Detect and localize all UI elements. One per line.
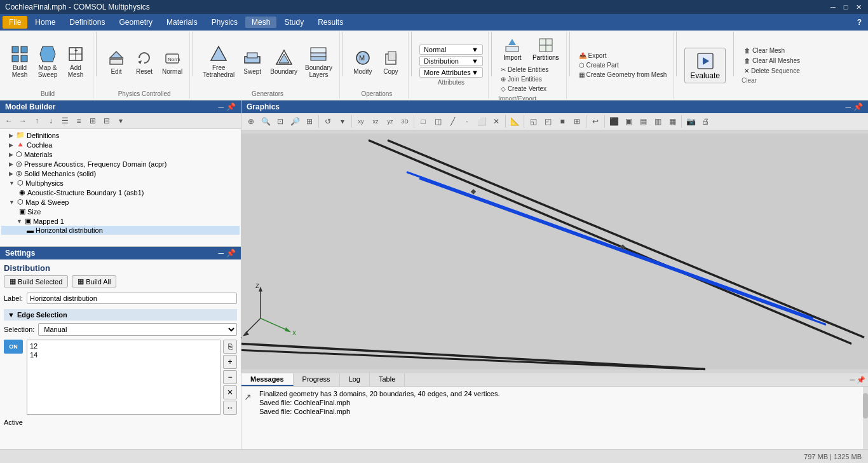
mb-forward-btn[interactable]: → [17, 114, 29, 127]
tree-item-materials[interactable]: ▶ ⬡ Materials [1, 149, 240, 159]
label-input[interactable] [27, 293, 237, 304]
rotate-btn[interactable]: ↺ [321, 114, 335, 128]
menu-physics[interactable]: Physics [205, 17, 244, 28]
graphics-pin-btn[interactable]: 📌 [853, 102, 863, 111]
selection-dropdown[interactable]: Manual [38, 323, 237, 336]
export-button[interactable]: 📤 Export [576, 52, 670, 60]
mesh-render-btn[interactable]: ⊞ [570, 114, 584, 128]
mb-view2-btn[interactable]: ⊞ [86, 114, 99, 127]
mb-up-btn[interactable]: ↑ [31, 114, 43, 127]
tree-item-definitions[interactable]: ▶ 📁 Definitions [1, 130, 240, 140]
render5-btn[interactable]: ▦ [665, 114, 679, 128]
create-part-button[interactable]: ⬡ Create Part [576, 61, 670, 69]
select-clear-btn[interactable]: ✕ [489, 114, 503, 128]
bottom-collapse-btn[interactable]: ─ [850, 376, 855, 384]
tab-log[interactable]: Log [340, 373, 370, 386]
tree-item-size[interactable]: ▣ Size [1, 207, 240, 216]
menu-home[interactable]: Home [29, 17, 62, 28]
build-selected-button[interactable]: ▦ Build Selected [4, 275, 68, 287]
partitions-button[interactable]: Partitions [529, 34, 562, 63]
boundary-button[interactable]: Boundary [267, 46, 301, 77]
select-domains-btn[interactable]: □ [416, 114, 430, 128]
evaluate-button[interactable]: Evaluate [684, 48, 726, 83]
render3-btn[interactable]: ▤ [636, 114, 650, 128]
select-box-btn[interactable]: ⬜ [475, 114, 489, 128]
clear-all-meshes-button[interactable]: 🗑 Clear All Meshes [742, 57, 803, 65]
tree-item-map-sweep[interactable]: ▼ ⬡ Map & Sweep [1, 197, 240, 207]
zoom-selection-btn[interactable]: ⊞ [302, 114, 316, 128]
zoom-window-btn[interactable]: ⊡ [273, 114, 287, 128]
select-boundaries-btn[interactable]: ◫ [431, 114, 445, 128]
render4-btn[interactable]: ▥ [651, 114, 665, 128]
tree-item-asb1[interactable]: ◉ Acoustic-Structure Boundary 1 (asb1) [1, 188, 240, 197]
sel-clear-btn[interactable]: ✕ [223, 385, 237, 399]
settings-pin-btn[interactable]: 📌 [226, 249, 236, 258]
tab-progress[interactable]: Progress [294, 373, 340, 386]
settings-collapse-btn[interactable]: ─ [218, 249, 224, 258]
edge-selection-header[interactable]: ▼ Edge Selection [4, 309, 237, 321]
build-mesh-button[interactable]: Build Mesh [6, 42, 33, 80]
wireframe-btn[interactable]: ◱ [526, 114, 540, 128]
bottom-pin-btn[interactable]: 📌 [857, 376, 865, 384]
view-xz-btn[interactable]: xz [369, 114, 383, 128]
close-btn[interactable]: ✕ [854, 3, 863, 11]
rotate-dropdown-btn[interactable]: ▾ [336, 114, 349, 128]
distribution-dropdown[interactable]: Distribution ▼ [419, 56, 483, 66]
render1-btn[interactable]: ⬛ [607, 114, 621, 128]
zoom-in-btn[interactable]: 🔍 [259, 114, 273, 128]
screenshot-btn[interactable]: 📷 [684, 114, 698, 128]
menu-definitions[interactable]: Definitions [63, 17, 111, 28]
render2-btn[interactable]: ▣ [621, 114, 635, 128]
clear-mesh-button[interactable]: 🗑 Clear Mesh [742, 46, 803, 55]
menu-geometry[interactable]: Geometry [112, 17, 159, 28]
tree-item-horizontal-dist[interactable]: ▬ Horizontal distribution [1, 226, 240, 235]
maximize-btn[interactable]: □ [841, 3, 850, 11]
add-mesh-button[interactable]: + Add Mesh [62, 42, 89, 80]
window-controls[interactable]: ─ □ ✕ [829, 3, 863, 11]
bottom-scroll-thumb[interactable] [863, 393, 868, 418]
menu-results[interactable]: Results [311, 17, 349, 28]
mb-menu-btn[interactable]: ☰ [58, 114, 71, 127]
menu-mesh[interactable]: Mesh [245, 17, 276, 28]
more-attributes-dropdown[interactable]: More Attributes ▼ [419, 67, 483, 78]
measure-btn[interactable]: 📐 [508, 114, 522, 128]
menu-materials[interactable]: Materials [160, 17, 204, 28]
minimize-btn[interactable]: ─ [829, 3, 837, 11]
sel-add-btn[interactable]: + [223, 355, 237, 369]
mb-view3-btn[interactable]: ⊟ [100, 114, 113, 127]
view-xy-btn[interactable]: xy [354, 114, 368, 128]
delete-sequence-button[interactable]: ✕ Delete Sequence [742, 67, 803, 75]
normal-button[interactable]: Norm Normal [159, 46, 186, 77]
mb-pin-btn[interactable]: 📌 [226, 102, 236, 111]
reset-button[interactable]: Reset [131, 46, 158, 77]
copy-button[interactable]: Copy [377, 46, 404, 77]
create-geo-button[interactable]: ▦ Create Geometry from Mesh [576, 71, 670, 79]
surface-solid-btn[interactable]: ■ [555, 114, 569, 128]
join-entities-button[interactable]: ⊕ Join Entities [498, 75, 562, 83]
modify-button[interactable]: M Modify [349, 46, 376, 77]
view-yz-btn[interactable]: yz [383, 114, 397, 128]
view-3d-btn[interactable]: 3D [398, 114, 412, 128]
select-edges-btn[interactable]: ╱ [445, 114, 459, 128]
sel-paste-btn[interactable]: ⎘ [223, 340, 237, 354]
active-toggle[interactable]: ON [4, 340, 23, 354]
menu-study[interactable]: Study [278, 17, 310, 28]
bottom-scrollbar[interactable] [863, 387, 868, 449]
tree-item-cochlea[interactable]: ▶ 🔺 Cochlea [1, 140, 240, 149]
tree-item-mapped1[interactable]: ▼ ▣ Mapped 1 [1, 216, 240, 226]
zoom-out-btn[interactable]: 🔎 [288, 114, 302, 128]
boundary-layers-button[interactable]: Boundary Layers [302, 42, 336, 80]
free-tet-button[interactable]: Free Tetrahedral [200, 42, 238, 80]
tab-messages[interactable]: Messages [241, 373, 294, 386]
tree-item-pressure-acoustics[interactable]: ▶ ◎ Pressure Acoustics, Frequency Domain… [1, 159, 240, 169]
build-all-button[interactable]: ▦ Build All [72, 275, 116, 287]
surface-btn[interactable]: ◰ [541, 114, 555, 128]
sel-invert-btn[interactable]: ↔ [223, 401, 237, 415]
tree-item-multiphysics[interactable]: ▼ ⬡ Multiphysics [1, 178, 240, 188]
import-button[interactable]: Import [498, 34, 527, 63]
delete-entities-button[interactable]: ✂ Delete Entities [498, 66, 562, 74]
select-points-btn[interactable]: · [460, 114, 474, 128]
zoom-extents-btn[interactable]: ⊕ [244, 114, 258, 128]
swept-button[interactable]: Swept [239, 46, 266, 77]
mb-view1-btn[interactable]: ≡ [72, 114, 85, 127]
